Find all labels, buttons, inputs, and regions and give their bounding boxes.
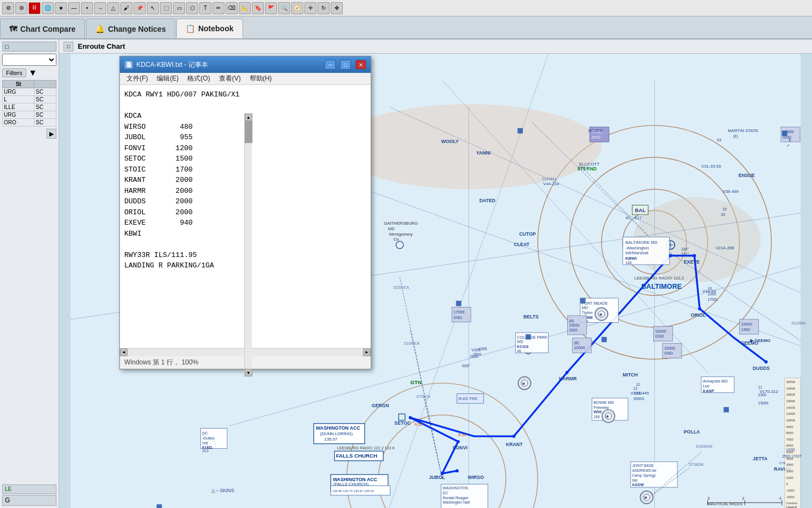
scrollbar-up-arrow[interactable]: ▲ [245, 113, 252, 121]
svg-text:MD: MD [517, 339, 523, 344]
svg-text:13000: 13000 [758, 401, 769, 405]
hscroll-left-arrow[interactable]: ◀ [120, 349, 128, 356]
map-container[interactable]: □ Enroute Chart [59, 39, 812, 508]
map-corner-btn[interactable]: □ [64, 42, 73, 52]
toolbar-icon-20[interactable]: 🔖 [252, 2, 264, 14]
tab-change-notices-label: Change Notices [108, 25, 166, 33]
svg-text:V265: V265 [471, 347, 481, 352]
toolbar-icon-26[interactable]: ✥ [331, 2, 343, 14]
notepad-menu-help[interactable]: 帮助(H) [245, 73, 277, 84]
svg-text:3500: 3500 [591, 135, 600, 140]
toolbar-icon-17[interactable]: ✏ [212, 2, 224, 14]
svg-text:Camp Springs: Camp Springs [632, 473, 656, 478]
sidebar-row-4[interactable]: URG SC [3, 111, 56, 119]
notepad-menu-edit[interactable]: 编辑(E) [152, 73, 183, 84]
scrollbar-down-arrow[interactable]: ▼ [245, 369, 252, 376]
svg-text:R.56: R.56 [414, 423, 423, 426]
svg-text:17001: 17001 [707, 298, 718, 301]
sidebar-g-label: G [2, 495, 56, 506]
toolbar-icon-13[interactable]: ⬚ [160, 2, 172, 14]
toolbar-icon-25[interactable]: ↻ [318, 2, 330, 14]
sidebar-row-5[interactable]: ORO SC [3, 119, 56, 127]
svg-text:Freeway: Freeway [594, 405, 609, 410]
svg-text:MD: MD [582, 305, 588, 310]
toolbar-icon-23[interactable]: 🧭 [291, 2, 303, 14]
svg-text:6000: 6000 [786, 444, 793, 447]
svg-text:12006: 12006 [786, 412, 795, 415]
notepad-content[interactable]: KDCA RWY1 HDG/007 PAKING/X1 KDCA WIRSO 4… [120, 85, 244, 348]
toolbar-icon-22[interactable]: 🔍 [278, 2, 290, 14]
notepad-menu-format[interactable]: 格式(O) [183, 73, 214, 84]
svg-text:135.07: 135.07 [324, 437, 337, 442]
svg-text:Washington Natl: Washington Natl [443, 500, 470, 505]
tab-notebook[interactable]: 📋 Notebook [176, 19, 243, 38]
sidebar-table: St URG SC L SC ILLE SC URG [2, 80, 56, 127]
svg-text:JOINT BASE: JOINT BASE [632, 464, 654, 467]
expand-button[interactable]: ▶ [47, 129, 56, 139]
notepad-menu-file[interactable]: 文件(F) [122, 73, 152, 84]
svg-text:YANNI: YANNI [476, 150, 491, 156]
svg-text:7000: 7000 [634, 391, 642, 395]
svg-text:12: 12 [636, 383, 641, 386]
toolbar-icon-15[interactable]: ⬠ [186, 2, 198, 14]
svg-text:-Dulles: -Dulles [202, 436, 215, 441]
svg-text:D15/BAL: D15/BAL [542, 177, 557, 181]
toolbar-icon-21[interactable]: 🚩 [265, 2, 277, 14]
svg-text:KCGS: KCGS [517, 344, 528, 349]
hscroll-right-arrow[interactable]: ▶ [363, 349, 371, 356]
svg-text:GERGN: GERGN [372, 403, 389, 408]
svg-text:LEESBURG RADIO 122.2 122.6: LEESBURG RADIO 122.2 122.6 [337, 446, 395, 450]
svg-point-27 [396, 241, 404, 249]
svg-text:D7/ADW: D7/ADW [689, 463, 704, 466]
svg-text:GND: GND [453, 315, 462, 320]
toolbar-icon-24[interactable]: ✛ [304, 2, 316, 14]
toolbar-icon-16[interactable]: T [199, 2, 211, 14]
svg-text:WIRSO: WIRSO [468, 475, 484, 480]
svg-rect-221 [580, 298, 586, 304]
toolbar-icon-8[interactable]: → [94, 2, 106, 14]
notepad-close-button[interactable]: ✕ [355, 60, 366, 70]
svg-text:✱: ✱ [644, 495, 648, 500]
svg-point-243 [566, 371, 569, 374]
notepad-scrollbar[interactable]: ▲ ▼ [244, 113, 252, 376]
notepad-minimize-button[interactable]: ─ [325, 60, 336, 70]
toolbar-icon-6[interactable]: — [68, 2, 80, 14]
scrollbar-thumb[interactable] [245, 121, 252, 143]
svg-text:DUDDS: DUDDS [753, 366, 770, 371]
toolbar-icon-3[interactable]: R [28, 2, 41, 14]
svg-text:DC: DC [202, 431, 208, 436]
filters-button[interactable]: Filters [2, 69, 26, 77]
toolbar-icon-10[interactable]: 🖌 [120, 2, 133, 14]
svg-text:Montgomery: Montgomery [389, 232, 413, 237]
sidebar-row-3[interactable]: ILLE SC [3, 104, 56, 111]
svg-point-244 [669, 254, 672, 258]
toolbar-icon-1[interactable]: ⚙ [2, 2, 14, 14]
toolbar-icon-14[interactable]: ▭ [173, 2, 185, 14]
svg-rect-220 [517, 128, 523, 134]
sidebar-row-2[interactable]: L SC [3, 96, 56, 104]
svg-text:10006: 10006 [786, 419, 795, 422]
svg-text:V433: V433 [786, 448, 795, 452]
toolbar-icon-7[interactable]: • [81, 2, 93, 14]
toolbar-icon-4[interactable]: 🌐 [42, 2, 54, 14]
toolbar-icon-11[interactable]: 📌 [134, 2, 146, 14]
sidebar-row-1[interactable]: URG SC [3, 88, 56, 96]
notepad-maximize-button[interactable]: □ [340, 60, 351, 70]
notepad-menu-view[interactable]: 查看(V) [215, 73, 245, 84]
svg-text:63: 63 [717, 138, 722, 142]
sidebar-select[interactable] [2, 54, 56, 66]
toolbar-icon-12[interactable]: ↖ [147, 2, 159, 14]
sidebar-cell-1-1: URG [3, 88, 34, 96]
svg-text:V44-214: V44-214 [543, 181, 560, 186]
toolbar-icon-5[interactable]: ★ [55, 2, 67, 14]
toolbar-icon-19[interactable]: 📐 [239, 2, 251, 14]
tab-change-notices[interactable]: 🔔 Change Notices [86, 19, 175, 38]
toolbar-icon-9[interactable]: △ [107, 2, 119, 14]
sidebar-cell-5-1: ORO [3, 119, 34, 127]
svg-text:FONVI: FONVI [453, 445, 468, 450]
toolbar-icon-2[interactable]: ⚙ [15, 2, 27, 14]
svg-text:126.80 132.70 133.97 135.53: 126.80 132.70 133.97 135.53 [332, 489, 374, 493]
filters-arrow: ▼ [28, 68, 37, 78]
toolbar-icon-18[interactable]: ⌫ [226, 2, 238, 14]
tab-chart-compare[interactable]: 🗺 Chart Compare [0, 19, 85, 38]
